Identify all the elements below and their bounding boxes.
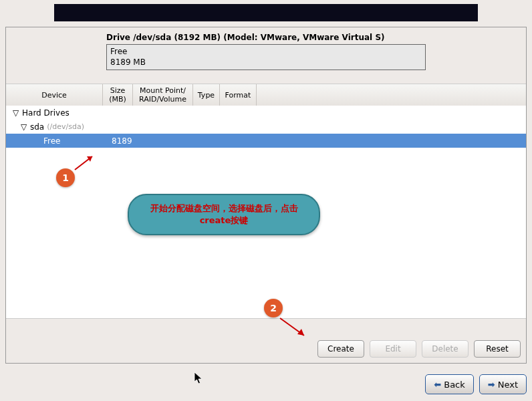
tree-root-label: Hard Drives	[22, 108, 70, 118]
drive-title: Drive /dev/sda (8192 MB) (Model: VMware,…	[106, 33, 426, 42]
tree-disk-label: sda	[30, 122, 44, 132]
col-size[interactable]: Size (MB)	[103, 84, 133, 106]
action-button-row: Create Edit Delete Reset	[317, 340, 521, 358]
callout-text: 开始分配磁盘空间，选择磁盘后，点击create按键	[137, 203, 311, 227]
drive-visual-box: Free 8189 MB	[106, 44, 426, 70]
col-type[interactable]: Type	[193, 84, 220, 106]
tree-free-size: 8189	[112, 136, 132, 146]
drive-info: Drive /dev/sda (8192 MB) (Model: VMware,…	[6, 27, 526, 76]
tree-free-row[interactable]: Free 8189	[6, 134, 526, 148]
nav-bar: ⬅ Back ➡ Next	[425, 374, 527, 394]
col-mount[interactable]: Mount Point/ RAID/Volume	[133, 84, 193, 106]
col-device[interactable]: Device	[6, 84, 103, 106]
delete-button: Delete	[422, 340, 469, 358]
expand-icon[interactable]: ▽	[21, 122, 27, 132]
next-button[interactable]: ➡ Next	[479, 374, 527, 394]
edit-button: Edit	[370, 340, 416, 358]
col-format[interactable]: Format	[220, 84, 257, 106]
annotation-callout: 开始分配磁盘空间，选择磁盘后，点击create按键	[128, 194, 320, 235]
create-button[interactable]: Create	[317, 340, 364, 358]
arrow-left-icon: ⬅	[434, 380, 441, 390]
back-label: Back	[444, 380, 465, 390]
arrow-right-icon: ➡	[488, 380, 495, 390]
tree-disk-sda[interactable]: ▽ sda (/dev/sda)	[6, 120, 526, 134]
annotation-badge-2: 2	[264, 299, 283, 317]
reset-button[interactable]: Reset	[474, 340, 521, 358]
tree-hard-drives[interactable]: ▽ Hard Drives	[6, 106, 526, 120]
cursor-icon	[194, 372, 205, 388]
annotation-badge-1: 1	[56, 168, 75, 187]
title-bar	[54, 4, 478, 21]
drive-box-size: 8189 MB	[110, 57, 422, 68]
table-header: Device Size (MB) Mount Point/ RAID/Volum…	[6, 84, 526, 106]
expand-icon[interactable]: ▽	[13, 108, 19, 118]
back-button[interactable]: ⬅ Back	[425, 374, 473, 394]
tree-disk-path: (/dev/sda)	[47, 122, 84, 131]
next-label: Next	[498, 380, 518, 390]
drive-box-label: Free	[110, 47, 422, 57]
tree-free-label: Free	[43, 136, 60, 146]
